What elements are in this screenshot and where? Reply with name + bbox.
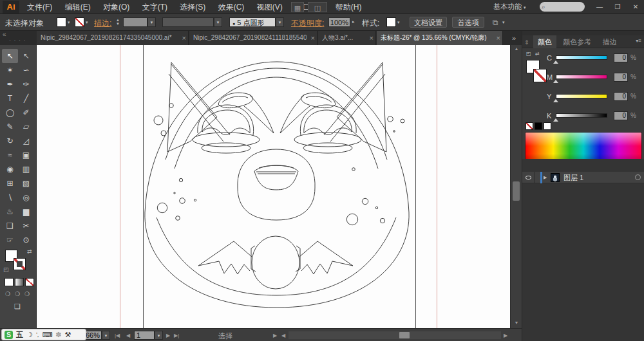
- stroke-dropdown-icon[interactable]: ▾: [86, 20, 88, 25]
- artboard-number-field[interactable]: 1: [134, 331, 155, 340]
- workspace-switcher[interactable]: 基本功能 ▾: [493, 2, 526, 12]
- live-paint-tool[interactable]: ▥: [18, 162, 34, 176]
- menu-item-view[interactable]: 视图(V): [252, 0, 288, 14]
- moon-icon[interactable]: ☽: [26, 331, 33, 339]
- close-icon[interactable]: ×: [370, 31, 374, 45]
- screen-mode-icon[interactable]: ❏: [14, 302, 21, 311]
- zoom-tool[interactable]: ⊙: [18, 233, 34, 247]
- menu-item-effect[interactable]: 效果(C): [213, 0, 250, 14]
- white-swatch[interactable]: [544, 122, 551, 130]
- close-button[interactable]: ✕: [627, 1, 644, 12]
- panel-menu-icon[interactable]: ▾≡: [636, 38, 641, 44]
- tab-overflow-icon[interactable]: »: [512, 31, 516, 45]
- eraser-tool[interactable]: ▱: [18, 120, 34, 134]
- blend-tool[interactable]: ◎: [18, 190, 34, 205]
- menu-item-file[interactable]: 文件(F): [22, 0, 57, 14]
- brush-dropdown[interactable]: ▼: [214, 17, 222, 27]
- ime-logo[interactable]: S: [5, 331, 13, 339]
- scale-tool[interactable]: ◿: [18, 134, 34, 148]
- width-profile-field[interactable]: ● 5 点圆形: [229, 17, 276, 27]
- mini-swap-icon[interactable]: ⇄: [535, 51, 540, 57]
- scroll-up-icon[interactable]: ▲: [511, 46, 522, 51]
- layer-name[interactable]: 图层 1: [564, 173, 583, 183]
- shape-tool[interactable]: ◯: [2, 106, 18, 120]
- document-tab-3[interactable]: 人物3.ai*... ×: [318, 31, 376, 45]
- swap-fill-stroke-icon[interactable]: ⇄: [27, 248, 32, 255]
- cyan-slider-knob[interactable]: [553, 60, 558, 64]
- document-tab-2[interactable]: Nipic_29842067_20190824111818554000.ai* …: [189, 31, 317, 45]
- scroll-down-icon[interactable]: ▼: [511, 320, 522, 325]
- default-fill-stroke-icon[interactable]: ◰: [3, 266, 9, 273]
- document-tab-1[interactable]: Nipic_29842067_20190826174335045000.ai* …: [37, 31, 189, 45]
- width-tool[interactable]: ≈: [2, 148, 18, 162]
- zoom-dropdown[interactable]: ▼: [102, 331, 110, 340]
- minimize-button[interactable]: —: [591, 1, 608, 12]
- black-value-field[interactable]: 0: [614, 111, 628, 120]
- close-icon[interactable]: ×: [311, 31, 315, 45]
- width-profile-dropdown[interactable]: ▼: [276, 17, 284, 27]
- hand-tool[interactable]: ☞: [2, 233, 18, 247]
- tab-color[interactable]: 颜色: [533, 35, 556, 48]
- color-mode-button[interactable]: [5, 278, 14, 286]
- stroke-panel-link[interactable]: 描边:: [94, 18, 111, 29]
- fill-dropdown-icon[interactable]: ▾: [68, 20, 70, 25]
- yellow-slider[interactable]: [556, 94, 607, 98]
- align-dropdown-icon[interactable]: ▾: [502, 20, 505, 25]
- tab-stroke[interactable]: 描边: [598, 35, 621, 48]
- black-swatch[interactable]: [535, 122, 542, 130]
- toolbar-drag-handle[interactable]: · · · ·: [9, 37, 26, 43]
- black-slider[interactable]: [556, 113, 607, 118]
- magic-wand-tool[interactable]: ✶: [2, 63, 18, 77]
- draw-behind-icon[interactable]: ❍: [15, 291, 20, 297]
- search-input[interactable]: [540, 2, 585, 12]
- yellow-slider-knob[interactable]: [553, 99, 558, 102]
- dock-header-strip[interactable]: [522, 31, 644, 35]
- magenta-slider[interactable]: [556, 75, 607, 79]
- cyan-slider[interactable]: [556, 55, 607, 60]
- draw-inside-icon[interactable]: ❍: [24, 291, 30, 297]
- style-dropdown-icon[interactable]: ▾: [397, 20, 400, 25]
- canvas-area[interactable]: [37, 45, 510, 328]
- panel-stroke-swatch[interactable]: [533, 69, 547, 82]
- opacity-value-field[interactable]: 100%: [328, 17, 350, 27]
- gradient-mode-button[interactable]: [15, 278, 24, 286]
- document-setup-button[interactable]: 文档设置: [410, 17, 447, 28]
- stroke-color-swatch[interactable]: [75, 17, 84, 27]
- ime-toolbar[interactable]: S 五 ☽ ’, ⌨ ✽ ⚒: [1, 329, 86, 340]
- opacity-panel-link[interactable]: 不透明度:: [291, 18, 324, 29]
- restore-button[interactable]: ❐: [609, 1, 626, 12]
- ai-logo[interactable]: Ai: [3, 1, 19, 14]
- stroke-weight-dropdown[interactable]: ▼: [147, 17, 156, 27]
- punctuation-icon[interactable]: ’,: [36, 331, 39, 338]
- paintbrush-tool[interactable]: ✐: [18, 106, 34, 120]
- cs-live-icon[interactable]: ∿: [332, 2, 346, 12]
- align-icon[interactable]: ⧉: [489, 17, 501, 28]
- direct-selection-tool[interactable]: ↖: [18, 49, 34, 63]
- hscroll-left-icon[interactable]: ◀: [281, 333, 285, 338]
- artboard-tool[interactable]: ❑: [2, 219, 18, 233]
- vertical-scrollbar[interactable]: ▲ ▼: [510, 45, 522, 328]
- emoji-icon[interactable]: ✽: [55, 331, 61, 339]
- column-graph-tool[interactable]: ▆: [18, 205, 34, 219]
- menu-item-type[interactable]: 文字(T): [137, 0, 173, 14]
- pen-tool[interactable]: ✒: [2, 77, 18, 91]
- shape-builder-tool[interactable]: ◉: [2, 162, 18, 176]
- symbol-sprayer-tool[interactable]: ♨: [2, 205, 18, 219]
- horizontal-scroll-thumb[interactable]: [399, 332, 410, 338]
- fill-color-swatch[interactable]: [57, 17, 66, 27]
- rotate-tool[interactable]: ↻: [2, 134, 18, 148]
- type-tool[interactable]: T: [2, 91, 18, 106]
- toolbar-stroke-swatch[interactable]: [14, 258, 26, 270]
- mini-default-swatch-icon[interactable]: ◰: [526, 51, 531, 57]
- visibility-eye-icon[interactable]: [526, 176, 531, 180]
- layer-row[interactable]: ▶ 图层 1: [522, 172, 644, 183]
- lasso-tool[interactable]: ∽: [18, 63, 34, 77]
- layer-thumbnail[interactable]: [551, 173, 560, 182]
- slice-tool[interactable]: ✂: [18, 219, 34, 233]
- arrange-documents-icon[interactable]: ◫: [308, 2, 327, 12]
- draw-normal-icon[interactable]: ❍: [5, 291, 10, 297]
- none-mode-button[interactable]: [25, 278, 34, 286]
- free-transform-tool[interactable]: ▣: [18, 148, 34, 162]
- menu-item-select[interactable]: 选择(S): [175, 0, 211, 14]
- brush-definition-field[interactable]: [162, 17, 214, 27]
